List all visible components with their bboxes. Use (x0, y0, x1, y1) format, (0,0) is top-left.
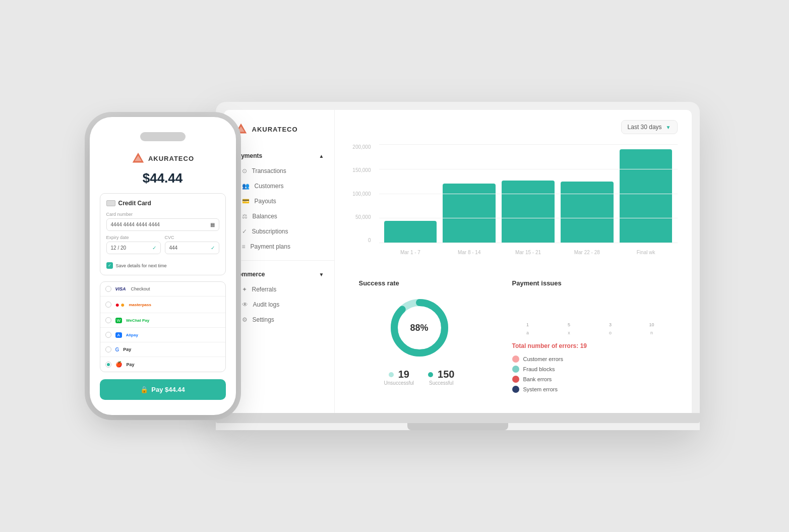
payments-section-label: Payments (234, 152, 263, 159)
success-rate-panel: Success rate 88% (349, 269, 490, 403)
payment-issues-panel: Payment issues 1 a 5 (502, 269, 678, 403)
laptop-mockup: AKURATECO Payments ▲ ⊙ Transactions 👥 Cu… (216, 102, 700, 430)
akurateco-logo-icon (131, 151, 145, 165)
referrals-label: Referrals (252, 286, 277, 293)
sidebar-item-payouts[interactable]: 💳 Payouts (224, 194, 334, 209)
issue-bar-1: 5 x (554, 322, 585, 335)
radio-applepay[interactable] (105, 362, 111, 368)
laptop-body: AKURATECO Payments ▲ ⊙ Transactions 👥 Cu… (216, 102, 700, 430)
bar-4 (620, 149, 673, 243)
cvc-input[interactable]: 444 ✓ (165, 242, 219, 254)
sidebar-item-balances[interactable]: ⚖ Balances (224, 209, 334, 224)
laptop-stand (407, 423, 508, 430)
issue-bar-3: 10 n (636, 322, 667, 335)
legend-system-errors: System errors (512, 386, 667, 393)
issue-label-top-1: 5 (568, 322, 570, 327)
payment-option-visa[interactable]: VISA Checkout (100, 282, 225, 297)
payouts-label: Payouts (255, 198, 276, 205)
save-check-icon: ✓ (108, 263, 111, 268)
sidebar-section-commerce[interactable]: Commerce ▼ (224, 267, 334, 282)
phone-amount: $44.44 (100, 170, 226, 186)
legend-bank-errors: Bank errors (512, 376, 667, 383)
issue-label-bottom-0: a (526, 330, 529, 335)
sidebar-item-settings[interactable]: ⚙ Settings (224, 312, 334, 327)
gpay-label: Pay (123, 347, 131, 352)
issue-label-top-2: 3 (609, 322, 612, 327)
subscriptions-label: Subscriptions (252, 228, 288, 235)
donut-chart: 88% (387, 295, 452, 361)
y-label-4: 0 (349, 238, 371, 243)
applepay-label: Pay (127, 362, 135, 367)
header-bar: Last 30 days ▼ (349, 120, 678, 134)
masterpass-logo: masterpass (129, 303, 151, 307)
issue-bar-0: 1 a (512, 322, 543, 335)
gridline-0 (379, 144, 678, 145)
stat-successful: 150 Successful (428, 369, 454, 386)
error-legends: Customer errors Fraud blocks Bank errors (512, 356, 667, 393)
sidebar-logo: AKURATECO (224, 122, 334, 148)
credit-card-icon (106, 200, 115, 206)
bar-chart-container: 200,000 150,000 100,000 50,000 0 (349, 144, 678, 255)
issues-bar-chart: 1 a 5 (512, 295, 667, 335)
sidebar-item-audit-logs[interactable]: 👁 Audit logs (224, 297, 334, 312)
radio-gpay[interactable] (105, 346, 111, 352)
payouts-icon: 💳 (242, 198, 250, 205)
y-label-0: 200,000 (349, 144, 371, 150)
transactions-icon: ⊙ (242, 167, 247, 174)
sidebar-item-subscriptions[interactable]: ✓ Subscriptions (224, 224, 334, 239)
phone-mockup: AKURATECO $44.44 Credit Card Card number… (90, 117, 236, 415)
balances-label: Balances (253, 213, 277, 220)
donut-percentage: 88% (410, 323, 428, 333)
payment-option-masterpass[interactable]: ●● masterpass (100, 297, 225, 313)
bottom-panels: Success rate 88% (349, 269, 678, 403)
radio-visa[interactable] (105, 286, 111, 292)
commerce-arrow-icon: ▼ (319, 272, 324, 277)
sidebar-item-payment-plans[interactable]: ≡ Payment plans (224, 239, 334, 254)
success-stats: 19 Unsuccessful 150 Successful (359, 369, 480, 386)
date-filter-dropdown[interactable]: Last 30 days ▼ (621, 120, 678, 134)
x-label-3: Mar 22 - 28 (561, 250, 614, 255)
radio-masterpass[interactable] (105, 302, 111, 308)
card-number-input[interactable]: 4444 4444 4444 4444 ▦ (106, 218, 219, 231)
legend-dot-customer (512, 356, 519, 363)
date-filter-label: Last 30 days (628, 124, 662, 131)
save-details[interactable]: ✓ Save details for next time (106, 262, 219, 269)
visa-logo: VISA (115, 286, 126, 291)
legend-label-0: Customer errors (523, 356, 563, 362)
audit-logs-icon: 👁 (242, 301, 248, 308)
sidebar-divider (224, 260, 334, 261)
stat-unsuccessful: 19 Unsuccessful (384, 369, 414, 386)
x-label-0: Mar 1 - 7 (384, 250, 437, 255)
balances-icon: ⚖ (242, 213, 248, 220)
payment-option-alipay[interactable]: A Alipay (100, 328, 225, 342)
unsuccessful-dot (389, 372, 394, 377)
total-errors: Total number of errors: 19 (512, 342, 667, 349)
credit-card-title: Credit Card (106, 200, 219, 207)
payment-option-applepay[interactable]: 🍎 Pay (100, 357, 225, 372)
issue-label-top-3: 10 (649, 322, 654, 327)
alipay-logo-badge: A (115, 332, 122, 338)
issue-label-top-0: 1 (526, 322, 529, 327)
expiry-input[interactable]: 12 / 20 ✓ (106, 242, 161, 254)
payment-option-gpay[interactable]: G Pay (100, 342, 225, 357)
subscriptions-icon: ✓ (242, 228, 247, 235)
bar-2 (502, 181, 555, 243)
audit-logs-label: Audit logs (253, 301, 280, 308)
save-checkbox[interactable]: ✓ (106, 262, 113, 269)
y-axis-labels: 200,000 150,000 100,000 50,000 0 (349, 144, 375, 243)
pay-button[interactable]: 🔒 Pay $44.44 (100, 379, 226, 400)
card-number-group: Card number 4444 4444 4444 4444 ▦ (106, 212, 219, 231)
chart-area (379, 144, 678, 243)
payment-option-wechat[interactable]: W WeChat Pay (100, 313, 225, 328)
gpay-g: G (115, 347, 119, 352)
sidebar-item-transactions[interactable]: ⊙ Transactions (224, 163, 334, 179)
sidebar-item-customers[interactable]: 👥 Customers (224, 179, 334, 194)
radio-wechat[interactable] (105, 317, 111, 323)
sidebar-section-payments[interactable]: Payments ▲ (224, 148, 334, 163)
sidebar-item-referrals[interactable]: ✦ Referrals (224, 282, 334, 297)
gridline-2 (379, 194, 678, 194)
expiry-cvc-row: Expiry date 12 / 20 ✓ CVC 444 ✓ (106, 235, 219, 258)
radio-alipay[interactable] (105, 332, 111, 338)
commerce-section-label: Commerce (234, 271, 265, 278)
cvc-label: CVC (165, 235, 219, 240)
